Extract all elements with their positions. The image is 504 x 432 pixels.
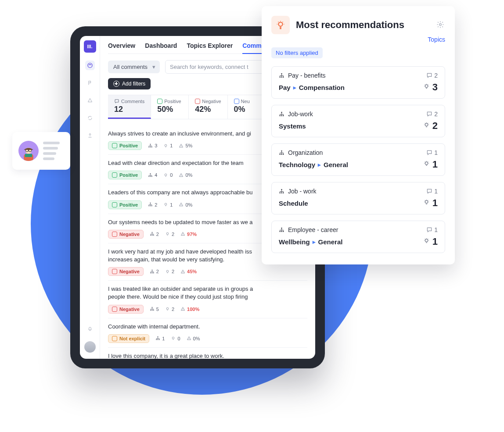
svg-rect-71 bbox=[283, 231, 284, 232]
nav-bell-icon[interactable] bbox=[85, 324, 95, 333]
user-avatar[interactable] bbox=[84, 341, 96, 353]
tab-topics-explorer[interactable]: Topics Explorer bbox=[187, 42, 233, 49]
svg-rect-53 bbox=[281, 112, 282, 113]
svg-rect-65 bbox=[281, 192, 282, 193]
gear-icon[interactable] bbox=[436, 21, 445, 29]
svg-point-72 bbox=[425, 239, 428, 242]
svg-rect-32 bbox=[150, 310, 151, 311]
nav-refresh-icon[interactable] bbox=[85, 113, 95, 123]
svg-rect-38 bbox=[158, 339, 158, 340]
svg-point-67 bbox=[425, 200, 428, 203]
svg-rect-16 bbox=[150, 203, 151, 204]
svg-rect-63 bbox=[281, 189, 282, 190]
svg-rect-31 bbox=[151, 307, 152, 308]
svg-rect-17 bbox=[149, 205, 150, 206]
tab-overview[interactable]: Overview bbox=[108, 42, 135, 49]
svg-rect-70 bbox=[281, 231, 282, 232]
recommendation-item[interactable]: Organization 1 Technology▸General1 bbox=[271, 143, 445, 176]
svg-rect-11 bbox=[150, 173, 151, 174]
panel-title: Most recommendations bbox=[296, 19, 404, 31]
svg-rect-61 bbox=[283, 154, 284, 154]
svg-rect-50 bbox=[281, 76, 282, 77]
no-filters-badge[interactable]: No filters applied bbox=[271, 47, 323, 58]
svg-rect-19 bbox=[151, 205, 152, 206]
svg-point-46 bbox=[278, 22, 282, 26]
svg-rect-21 bbox=[151, 232, 152, 233]
nav-upload-icon[interactable] bbox=[85, 131, 95, 140]
svg-point-25 bbox=[166, 233, 169, 235]
svg-point-47 bbox=[439, 24, 442, 26]
add-filters-button[interactable]: Add filters bbox=[108, 78, 151, 89]
svg-rect-64 bbox=[280, 192, 281, 193]
comment-row[interactable]: I was treated like an outsider and separ… bbox=[108, 281, 307, 318]
recommendation-item[interactable]: Job-work 2 Systems2 bbox=[271, 105, 445, 137]
svg-point-35 bbox=[166, 307, 169, 310]
svg-rect-54 bbox=[280, 115, 281, 116]
lightbulb-icon bbox=[271, 16, 290, 34]
placeholder-lines bbox=[43, 142, 60, 160]
plus-icon bbox=[113, 81, 119, 87]
svg-rect-26 bbox=[151, 270, 152, 271]
svg-point-40 bbox=[173, 337, 175, 339]
sidebar: III. bbox=[80, 36, 100, 359]
recommendations-panel: Most recommendations Topics No filters a… bbox=[262, 6, 455, 264]
comment-row[interactable]: I love this company, it is a great place… bbox=[108, 348, 307, 359]
svg-point-52 bbox=[425, 85, 428, 87]
svg-rect-9 bbox=[151, 146, 152, 147]
svg-rect-69 bbox=[280, 231, 281, 232]
svg-rect-34 bbox=[153, 310, 154, 311]
svg-rect-2 bbox=[25, 154, 32, 157]
tab-dashboard[interactable]: Dashboard bbox=[145, 42, 177, 49]
svg-rect-48 bbox=[281, 73, 282, 74]
nav-warn-icon[interactable] bbox=[85, 96, 95, 105]
comment-row[interactable]: Coordinate with internal department. Not… bbox=[108, 318, 307, 348]
svg-rect-36 bbox=[158, 336, 158, 337]
svg-rect-59 bbox=[280, 154, 281, 154]
all-comments-dropdown[interactable]: All comments bbox=[108, 61, 160, 73]
avatar-badge-card bbox=[12, 132, 70, 170]
svg-point-30 bbox=[166, 270, 169, 272]
recommendation-item[interactable]: Job - work 1 Schedule1 bbox=[271, 182, 445, 214]
svg-rect-27 bbox=[150, 272, 151, 273]
svg-rect-13 bbox=[150, 176, 151, 177]
svg-point-10 bbox=[165, 144, 167, 146]
svg-rect-12 bbox=[149, 176, 150, 177]
nav-flag-icon[interactable] bbox=[85, 78, 95, 88]
svg-rect-24 bbox=[153, 235, 154, 236]
svg-rect-29 bbox=[153, 272, 154, 273]
svg-rect-28 bbox=[151, 272, 152, 273]
svg-rect-23 bbox=[151, 235, 152, 236]
stat-neu[interactable]: Neu0% bbox=[228, 95, 266, 119]
nav-dashboard-icon[interactable] bbox=[85, 61, 95, 70]
app-logo[interactable]: III. bbox=[84, 40, 96, 53]
add-filters-label: Add filters bbox=[122, 81, 145, 87]
svg-rect-58 bbox=[281, 150, 282, 151]
svg-rect-39 bbox=[159, 339, 160, 340]
topics-link[interactable]: Topics bbox=[271, 36, 445, 43]
svg-rect-7 bbox=[149, 146, 150, 147]
stat-comments[interactable]: Comments12 bbox=[108, 95, 151, 119]
svg-rect-56 bbox=[283, 115, 284, 116]
svg-rect-51 bbox=[283, 76, 284, 77]
recommendation-item[interactable]: Pay - benefits 2 Pay▸Compensation3 bbox=[271, 66, 445, 99]
svg-rect-22 bbox=[150, 235, 151, 236]
svg-rect-55 bbox=[281, 115, 282, 116]
stat-negative[interactable]: Negative42% bbox=[189, 95, 227, 119]
avatar-illustration bbox=[18, 141, 39, 161]
svg-rect-68 bbox=[281, 228, 282, 228]
svg-rect-49 bbox=[280, 76, 281, 77]
recommendation-item[interactable]: Employee - career 1 Wellbeing▸General1 bbox=[271, 221, 445, 253]
svg-rect-14 bbox=[151, 176, 152, 177]
svg-point-57 bbox=[425, 123, 428, 126]
svg-rect-6 bbox=[150, 144, 151, 145]
svg-point-5 bbox=[87, 63, 92, 68]
stat-positive[interactable]: Positive50% bbox=[151, 95, 189, 119]
svg-rect-33 bbox=[151, 310, 152, 311]
svg-rect-8 bbox=[150, 146, 151, 147]
svg-point-15 bbox=[165, 174, 167, 176]
svg-point-20 bbox=[165, 203, 167, 205]
svg-rect-18 bbox=[150, 205, 151, 206]
svg-rect-60 bbox=[281, 154, 282, 154]
svg-point-62 bbox=[425, 162, 428, 164]
svg-rect-66 bbox=[283, 192, 284, 193]
